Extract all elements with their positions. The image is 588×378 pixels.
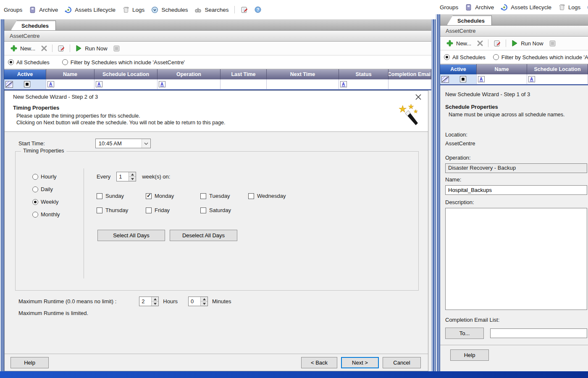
toolbar-item-searches[interactable]: Searches <box>192 5 231 15</box>
column-header-operation[interactable]: Operation <box>158 69 220 79</box>
filter-cell-active[interactable] <box>440 74 477 84</box>
spin-up-icon[interactable] <box>201 297 207 302</box>
name-field[interactable] <box>445 185 587 195</box>
stop-icon <box>549 40 556 47</box>
filter-cell-name[interactable]: A <box>46 79 94 89</box>
day-checkbox-thursday[interactable]: Thursday <box>97 207 146 213</box>
toolbar-item-assets-lifecycle[interactable]: Assets Lifecycle <box>498 3 554 12</box>
help-button[interactable]: Help <box>10 357 49 368</box>
tab-schedules[interactable]: Schedules <box>447 16 492 25</box>
auto-filter-icon[interactable]: A <box>478 76 485 82</box>
spin-up-icon[interactable] <box>152 297 158 302</box>
edit-schedule-button[interactable] <box>491 38 504 49</box>
toolbar-item-logs[interactable]: Logs <box>555 3 583 12</box>
day-checkbox-friday[interactable]: Friday <box>146 207 200 213</box>
select-all-days-button[interactable]: Select All Days <box>97 230 165 241</box>
day-checkbox-saturday[interactable]: Saturday <box>200 207 248 213</box>
new-schedule-button[interactable]: New... <box>444 38 474 48</box>
close-icon[interactable] <box>415 94 421 100</box>
radio-icon <box>32 186 38 192</box>
schedules-icon <box>151 6 158 13</box>
filter-hatch-icon[interactable] <box>441 76 449 83</box>
filter-cell-completion-email[interactable] <box>388 79 431 89</box>
delete-schedule-button[interactable] <box>474 39 486 48</box>
filter-cell-next-time[interactable] <box>267 79 339 89</box>
all-schedules-radio[interactable]: All Schedules <box>8 59 50 66</box>
filter-cell-schedule-location[interactable]: A <box>527 74 588 84</box>
black-square-icon[interactable] <box>460 76 466 82</box>
run-now-button[interactable]: Run Now <box>508 38 546 48</box>
filter-schedules-radio[interactable]: Filter by Schedules which include 'Asset… <box>493 54 588 60</box>
runtime-minutes-stepper[interactable]: 0 <box>188 297 208 306</box>
frequency-radio-daily[interactable]: Daily <box>32 186 60 192</box>
to-button[interactable]: To... <box>445 328 484 339</box>
column-header-name[interactable]: Name <box>46 69 94 79</box>
spin-down-icon[interactable] <box>201 302 207 306</box>
toolbar-item-archive[interactable]: Archive <box>26 5 61 15</box>
frequency-radio-weekly[interactable]: Weekly <box>32 199 60 205</box>
auto-filter-icon[interactable]: A <box>340 81 347 87</box>
frequency-radio-hourly[interactable]: Hourly <box>32 173 60 180</box>
runtime-hours-stepper[interactable]: 2 <box>139 297 159 306</box>
spin-down-icon[interactable] <box>129 177 136 181</box>
toolbar-item-logs[interactable]: Logs <box>119 5 147 15</box>
spin-up-icon[interactable] <box>129 172 136 177</box>
new-schedule-button[interactable]: New... <box>8 43 38 53</box>
completion-email-field[interactable] <box>490 328 587 338</box>
day-checkbox-sunday[interactable]: Sunday <box>97 193 146 199</box>
back-button[interactable]: < Back <box>301 357 337 368</box>
column-header-active[interactable]: Active <box>4 69 46 79</box>
filter-cell-last-time[interactable] <box>220 79 267 89</box>
stop-button[interactable] <box>110 44 123 53</box>
toolbar-item-archive[interactable]: Archive <box>462 3 497 12</box>
column-header-schedule-location[interactable]: Schedule Location <box>527 64 588 74</box>
delete-icon <box>477 40 483 46</box>
filter-cell-name[interactable]: A <box>477 74 527 84</box>
column-header-next-time[interactable]: Next Time <box>267 69 339 79</box>
day-checkbox-tuesday[interactable]: Tuesday <box>200 193 248 199</box>
filter-hatch-icon[interactable] <box>5 81 13 88</box>
delete-schedule-button[interactable] <box>38 44 50 53</box>
auto-filter-icon[interactable]: A <box>47 81 54 87</box>
frequency-radio-monthly[interactable]: Monthly <box>32 211 60 218</box>
all-schedules-radio[interactable]: All Schedules <box>444 54 486 60</box>
column-header-last-time[interactable]: Last Time <box>220 69 267 79</box>
toolbar-item-groups[interactable]: Groups <box>1 5 25 14</box>
filter-schedules-radio[interactable]: Filter by Schedules which include 'Asset… <box>62 59 185 66</box>
column-header-completion-email[interactable]: Completion Email <box>388 69 431 79</box>
edit-toolbar-button[interactable] <box>238 5 251 15</box>
every-weeks-stepper[interactable]: 1 <box>116 172 136 181</box>
operation-field: Disaster Recovery - Backup <box>445 163 587 173</box>
deselect-all-days-button[interactable]: Deselect All Days <box>170 230 237 241</box>
column-header-schedule-location[interactable]: Schedule Location <box>94 69 158 79</box>
spin-down-icon[interactable] <box>152 302 158 306</box>
black-square-icon[interactable] <box>24 81 30 87</box>
auto-filter-icon[interactable]: A <box>96 81 102 87</box>
help-toolbar-button[interactable]: ? <box>252 5 264 14</box>
filter-cell-schedule-location[interactable]: A <box>94 79 158 89</box>
column-header-name[interactable]: Name <box>477 64 527 74</box>
filter-cell-status[interactable]: A <box>339 79 388 89</box>
day-checkbox-wednesday[interactable]: Wednesday <box>248 193 286 199</box>
toolbar-item-schedules[interactable]: Schedules <box>148 5 191 15</box>
filter-cell-operation[interactable]: A <box>158 79 220 89</box>
stop-button[interactable] <box>546 39 559 48</box>
desktop-background <box>0 371 588 378</box>
start-time-dropdown[interactable]: 10:45 AM <box>95 139 151 148</box>
filter-cell-active[interactable] <box>4 79 46 89</box>
run-now-button[interactable]: Run Now <box>72 43 110 53</box>
toolbar-item-groups[interactable]: Groups <box>437 3 461 12</box>
column-header-active[interactable]: Active <box>440 64 477 74</box>
column-header-status[interactable]: Status <box>339 69 388 79</box>
toolbar-item-schedules[interactable]: Schedules <box>584 3 588 12</box>
edit-schedule-button[interactable] <box>55 43 68 54</box>
auto-filter-icon[interactable]: A <box>159 81 165 87</box>
cancel-button[interactable]: Cancel <box>383 357 421 368</box>
tab-schedules[interactable]: Schedules <box>11 21 56 30</box>
toolbar-item-assets-lifecycle[interactable]: Assets Lifecycle <box>62 5 118 15</box>
auto-filter-icon[interactable]: A <box>528 76 535 82</box>
day-checkbox-monday[interactable]: Monday <box>146 193 200 199</box>
next-button[interactable]: Next > <box>341 357 379 368</box>
description-field[interactable] <box>445 208 587 310</box>
help-button[interactable]: Help <box>450 349 489 361</box>
